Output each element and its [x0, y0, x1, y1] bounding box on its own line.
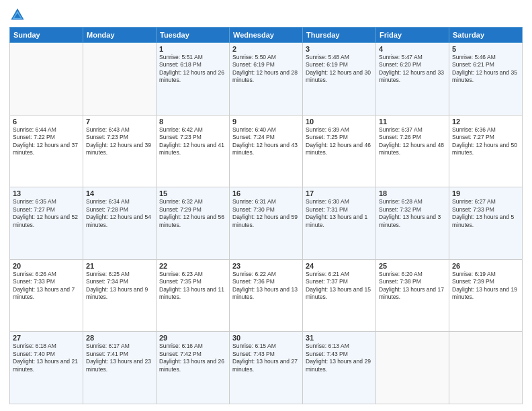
calendar-cell: 4Sunrise: 5:47 AM Sunset: 6:20 PM Daylig… [376, 43, 449, 116]
day-number: 26 [452, 262, 519, 270]
calendar-cell: 13Sunrise: 6:35 AM Sunset: 7:27 PM Dayli… [10, 187, 83, 260]
day-number: 20 [13, 262, 80, 270]
day-info: Sunrise: 6:32 AM Sunset: 7:29 PM Dayligh… [159, 198, 226, 229]
day-number: 16 [232, 189, 300, 197]
day-number: 3 [306, 45, 373, 53]
calendar-cell: 27Sunrise: 6:18 AM Sunset: 7:40 PM Dayli… [10, 332, 83, 404]
day-number: 19 [452, 189, 519, 197]
day-info: Sunrise: 6:13 AM Sunset: 7:43 PM Dayligh… [306, 342, 373, 373]
page: SundayMondayTuesdayWednesdayThursdayFrid… [0, 0, 532, 411]
calendar-cell: 1Sunrise: 5:51 AM Sunset: 6:18 PM Daylig… [157, 43, 230, 116]
day-info: Sunrise: 6:21 AM Sunset: 7:37 PM Dayligh… [306, 271, 373, 302]
day-number: 6 [13, 118, 80, 126]
day-number: 7 [86, 118, 153, 126]
calendar-cell: 29Sunrise: 6:16 AM Sunset: 7:42 PM Dayli… [157, 332, 230, 404]
weekday-header-cell: Wednesday [230, 28, 303, 43]
day-number: 24 [306, 262, 373, 270]
calendar-cell: 19Sunrise: 6:27 AM Sunset: 7:33 PM Dayli… [449, 187, 523, 260]
calendar-cell: 11Sunrise: 6:37 AM Sunset: 7:26 PM Dayli… [376, 115, 449, 187]
day-number: 17 [306, 189, 373, 197]
calendar-cell: 12Sunrise: 6:36 AM Sunset: 7:27 PM Dayli… [449, 115, 523, 187]
calendar-cell: 2Sunrise: 5:50 AM Sunset: 6:19 PM Daylig… [230, 43, 303, 116]
weekday-header-cell: Friday [376, 28, 449, 43]
day-info: Sunrise: 5:51 AM Sunset: 6:18 PM Dayligh… [159, 54, 226, 85]
day-info: Sunrise: 6:18 AM Sunset: 7:40 PM Dayligh… [13, 342, 80, 373]
day-number: 8 [159, 118, 226, 126]
calendar-cell: 7Sunrise: 6:43 AM Sunset: 7:23 PM Daylig… [83, 115, 157, 187]
calendar-cell [449, 332, 523, 404]
day-number: 29 [159, 334, 226, 342]
calendar-week-row: 1Sunrise: 5:51 AM Sunset: 6:18 PM Daylig… [10, 43, 523, 116]
calendar-cell [376, 332, 449, 404]
calendar-week-row: 20Sunrise: 6:26 AM Sunset: 7:33 PM Dayli… [10, 259, 523, 332]
weekday-header-cell: Tuesday [157, 28, 230, 43]
calendar-cell: 26Sunrise: 6:19 AM Sunset: 7:39 PM Dayli… [449, 259, 523, 332]
day-info: Sunrise: 6:35 AM Sunset: 7:27 PM Dayligh… [13, 198, 80, 229]
calendar-cell: 18Sunrise: 6:28 AM Sunset: 7:32 PM Dayli… [376, 187, 449, 260]
calendar-week-row: 27Sunrise: 6:18 AM Sunset: 7:40 PM Dayli… [10, 332, 523, 404]
calendar-cell [83, 43, 157, 116]
calendar-cell: 25Sunrise: 6:20 AM Sunset: 7:38 PM Dayli… [376, 259, 449, 332]
calendar-cell: 24Sunrise: 6:21 AM Sunset: 7:37 PM Dayli… [303, 259, 376, 332]
calendar-week-row: 6Sunrise: 6:44 AM Sunset: 7:22 PM Daylig… [10, 115, 523, 187]
day-number: 21 [86, 262, 153, 270]
weekday-header-cell: Thursday [303, 28, 376, 43]
calendar-table: SundayMondayTuesdayWednesdayThursdayFrid… [9, 27, 523, 404]
calendar-cell: 14Sunrise: 6:34 AM Sunset: 7:28 PM Dayli… [83, 187, 157, 260]
day-number: 27 [13, 334, 80, 342]
calendar-cell [10, 43, 83, 116]
day-info: Sunrise: 6:34 AM Sunset: 7:28 PM Dayligh… [86, 198, 153, 229]
day-info: Sunrise: 6:37 AM Sunset: 7:26 PM Dayligh… [379, 126, 446, 157]
day-number: 14 [86, 189, 153, 197]
calendar-cell: 31Sunrise: 6:13 AM Sunset: 7:43 PM Dayli… [303, 332, 376, 404]
calendar-cell: 16Sunrise: 6:31 AM Sunset: 7:30 PM Dayli… [230, 187, 303, 260]
day-number: 4 [379, 45, 446, 53]
day-number: 11 [379, 118, 446, 126]
weekday-header-cell: Saturday [449, 28, 523, 43]
day-number: 25 [379, 262, 446, 270]
calendar-week-row: 13Sunrise: 6:35 AM Sunset: 7:27 PM Dayli… [10, 187, 523, 260]
day-info: Sunrise: 5:46 AM Sunset: 6:21 PM Dayligh… [452, 54, 519, 85]
day-info: Sunrise: 6:17 AM Sunset: 7:41 PM Dayligh… [86, 342, 153, 373]
day-info: Sunrise: 6:36 AM Sunset: 7:27 PM Dayligh… [452, 126, 519, 157]
day-number: 23 [232, 262, 300, 270]
day-info: Sunrise: 6:26 AM Sunset: 7:33 PM Dayligh… [13, 271, 80, 302]
calendar-cell: 20Sunrise: 6:26 AM Sunset: 7:33 PM Dayli… [10, 259, 83, 332]
day-info: Sunrise: 6:43 AM Sunset: 7:23 PM Dayligh… [86, 126, 153, 157]
day-info: Sunrise: 6:27 AM Sunset: 7:33 PM Dayligh… [452, 198, 519, 229]
weekday-header-cell: Monday [83, 28, 157, 43]
day-info: Sunrise: 6:28 AM Sunset: 7:32 PM Dayligh… [379, 198, 446, 229]
day-info: Sunrise: 6:30 AM Sunset: 7:31 PM Dayligh… [306, 198, 373, 229]
day-number: 30 [232, 334, 300, 342]
day-info: Sunrise: 6:19 AM Sunset: 7:39 PM Dayligh… [452, 271, 519, 302]
day-number: 5 [452, 45, 519, 53]
header [9, 7, 523, 23]
calendar-body: 1Sunrise: 5:51 AM Sunset: 6:18 PM Daylig… [10, 43, 523, 404]
day-info: Sunrise: 6:40 AM Sunset: 7:24 PM Dayligh… [232, 126, 300, 157]
day-info: Sunrise: 6:31 AM Sunset: 7:30 PM Dayligh… [232, 198, 300, 229]
day-number: 10 [306, 118, 373, 126]
day-info: Sunrise: 6:16 AM Sunset: 7:42 PM Dayligh… [159, 342, 226, 373]
calendar-cell: 5Sunrise: 5:46 AM Sunset: 6:21 PM Daylig… [449, 43, 523, 116]
day-number: 18 [379, 189, 446, 197]
calendar-cell: 22Sunrise: 6:23 AM Sunset: 7:35 PM Dayli… [157, 259, 230, 332]
day-info: Sunrise: 5:47 AM Sunset: 6:20 PM Dayligh… [379, 54, 446, 85]
day-info: Sunrise: 6:20 AM Sunset: 7:38 PM Dayligh… [379, 271, 446, 302]
calendar-cell: 21Sunrise: 6:25 AM Sunset: 7:34 PM Dayli… [83, 259, 157, 332]
day-number: 15 [159, 189, 226, 197]
day-number: 2 [232, 45, 300, 53]
calendar-cell: 9Sunrise: 6:40 AM Sunset: 7:24 PM Daylig… [230, 115, 303, 187]
weekday-header-row: SundayMondayTuesdayWednesdayThursdayFrid… [10, 28, 523, 43]
calendar-cell: 10Sunrise: 6:39 AM Sunset: 7:25 PM Dayli… [303, 115, 376, 187]
calendar-cell: 15Sunrise: 6:32 AM Sunset: 7:29 PM Dayli… [157, 187, 230, 260]
day-info: Sunrise: 6:42 AM Sunset: 7:23 PM Dayligh… [159, 126, 226, 157]
day-info: Sunrise: 6:23 AM Sunset: 7:35 PM Dayligh… [159, 271, 226, 302]
day-number: 13 [13, 189, 80, 197]
calendar-cell: 30Sunrise: 6:15 AM Sunset: 7:43 PM Dayli… [230, 332, 303, 404]
day-info: Sunrise: 6:15 AM Sunset: 7:43 PM Dayligh… [232, 342, 300, 373]
day-number: 28 [86, 334, 153, 342]
day-number: 22 [159, 262, 226, 270]
day-number: 1 [159, 45, 226, 53]
day-info: Sunrise: 5:50 AM Sunset: 6:19 PM Dayligh… [232, 54, 300, 85]
calendar-cell: 28Sunrise: 6:17 AM Sunset: 7:41 PM Dayli… [83, 332, 157, 404]
